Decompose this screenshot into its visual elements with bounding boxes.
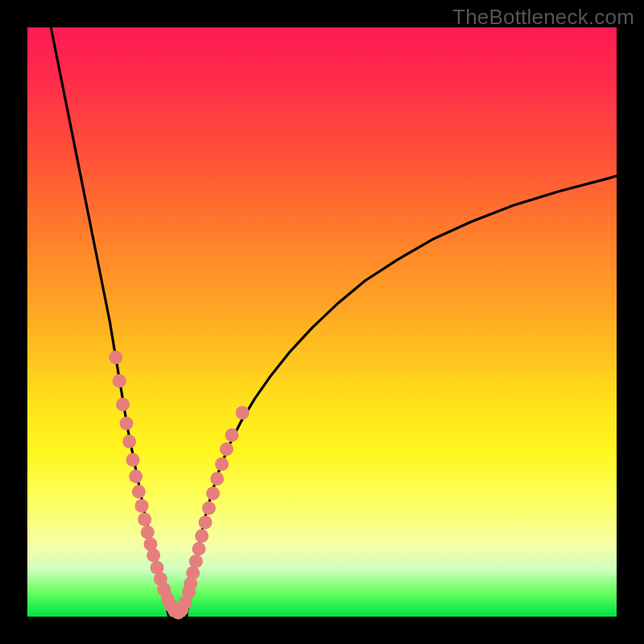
dot <box>116 398 130 411</box>
chart-frame: TheBottleneck.com <box>0 0 644 644</box>
chart-svg <box>27 27 617 617</box>
curve-right-branch <box>187 175 617 617</box>
dot <box>126 453 140 467</box>
plot-area <box>27 27 617 617</box>
watermark-text: TheBottleneck.com <box>452 5 634 30</box>
dot <box>132 485 146 498</box>
dot <box>147 548 160 562</box>
dot <box>195 529 208 543</box>
dot <box>122 435 136 448</box>
dot <box>113 374 126 388</box>
curve-lines <box>51 27 617 617</box>
dot <box>236 406 250 419</box>
dot <box>206 487 220 501</box>
dot <box>138 513 151 526</box>
highlight-dots <box>109 350 249 619</box>
dot <box>192 542 206 555</box>
dot <box>141 526 155 539</box>
dot <box>225 428 239 442</box>
dot <box>119 416 133 430</box>
dot <box>109 350 122 364</box>
dot <box>135 499 149 513</box>
dot <box>186 566 200 580</box>
dot <box>129 469 142 483</box>
dot <box>220 443 233 456</box>
dot <box>210 472 224 485</box>
dot <box>199 515 213 529</box>
dot <box>189 555 203 568</box>
dot <box>202 502 216 515</box>
dot <box>215 457 229 471</box>
